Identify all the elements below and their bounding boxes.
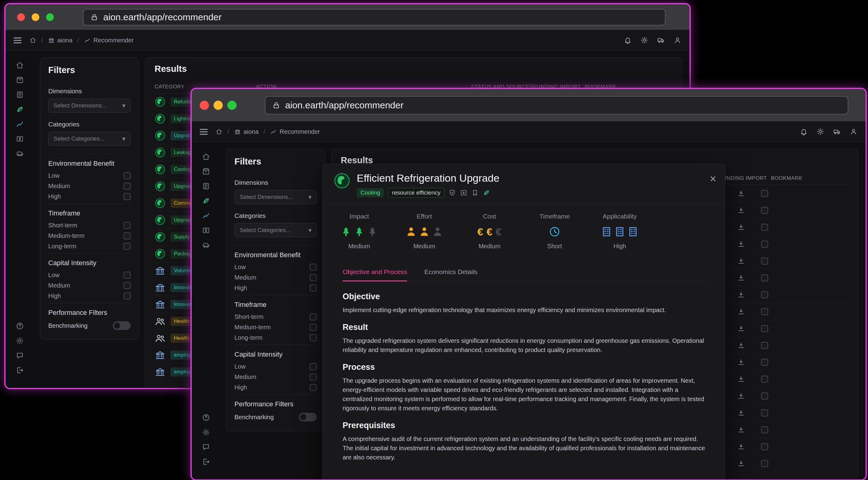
url-bar[interactable]: aion.earth/app/recommender [83, 9, 665, 26]
bookmark-checkbox[interactable] [761, 308, 768, 315]
rail-archive-icon[interactable] [202, 167, 210, 176]
breadcrumb-home[interactable] [216, 128, 222, 135]
dimensions-select[interactable]: Select Dimensions...▾ [48, 99, 131, 113]
maximize-window-button[interactable] [227, 101, 237, 110]
bookmark-checkbox[interactable] [761, 426, 768, 433]
categories-select[interactable]: Select Categories...▾ [235, 223, 317, 237]
download-icon[interactable] [737, 257, 745, 265]
breadcrumb-page[interactable]: Recommender [84, 37, 134, 44]
bookmark-checkbox[interactable] [761, 274, 768, 281]
rail-logout-icon[interactable] [202, 457, 210, 466]
download-icon[interactable] [737, 375, 745, 383]
rail-chat-icon[interactable] [202, 443, 210, 451]
bookmark-checkbox[interactable] [761, 460, 768, 467]
checkbox-short-term[interactable] [124, 222, 131, 229]
checkbox-medium[interactable] [124, 182, 131, 190]
download-icon[interactable] [737, 459, 745, 468]
settings-icon[interactable] [640, 36, 648, 44]
close-window-button[interactable] [200, 101, 209, 110]
bookmark-checkbox[interactable] [761, 258, 768, 265]
user-icon[interactable] [674, 36, 682, 44]
benchmarking-toggle[interactable] [299, 413, 317, 421]
minimize-window-button[interactable] [214, 101, 223, 110]
user-icon[interactable] [849, 128, 858, 136]
checkbox-short-term[interactable] [310, 313, 317, 320]
checkbox-high[interactable] [310, 384, 317, 391]
rail-gallery-icon[interactable] [16, 135, 24, 143]
download-icon[interactable] [737, 443, 745, 450]
download-icon[interactable] [737, 206, 745, 214]
bookmark-checkbox[interactable] [761, 409, 768, 416]
bookmark-checkbox[interactable] [761, 207, 768, 214]
bookmark-checkbox[interactable] [761, 291, 768, 298]
download-icon[interactable] [737, 426, 745, 434]
breadcrumb-home[interactable] [30, 37, 36, 43]
rail-home-icon[interactable] [16, 61, 24, 69]
rail-archive-icon[interactable] [16, 76, 24, 84]
rail-leaf-icon[interactable] [16, 105, 24, 113]
checkbox-medium[interactable] [124, 282, 131, 289]
download-icon[interactable] [737, 240, 745, 248]
checkbox-low[interactable] [310, 363, 317, 370]
rail-settings-icon[interactable] [202, 428, 210, 437]
truck-icon[interactable] [833, 128, 841, 136]
checkbox-long-term[interactable] [310, 334, 317, 341]
download-icon[interactable] [737, 358, 745, 366]
download-icon[interactable] [737, 409, 745, 417]
url-bar[interactable]: aion.earth/app/recommender [265, 96, 848, 114]
bell-icon[interactable] [624, 36, 632, 44]
checkbox-high[interactable] [310, 284, 317, 292]
rail-journal-icon[interactable] [202, 182, 210, 190]
checkbox-low[interactable] [124, 172, 131, 179]
rail-chat-icon[interactable] [16, 351, 24, 360]
breadcrumb-page[interactable]: Recommender [270, 128, 320, 135]
download-icon[interactable] [737, 274, 745, 282]
checkbox-low[interactable] [124, 272, 131, 279]
bookmark-checkbox[interactable] [761, 359, 768, 366]
menu-icon[interactable] [200, 129, 208, 135]
bookmark-checkbox[interactable] [761, 241, 768, 248]
bookmark-icon[interactable] [471, 189, 479, 197]
bookmark-checkbox[interactable] [761, 224, 768, 231]
breadcrumb-app[interactable]: aiona [234, 128, 259, 135]
truck-icon[interactable] [657, 36, 665, 44]
breadcrumb-app[interactable]: aiona [48, 37, 72, 44]
categories-select[interactable]: Select Categories...▾ [48, 132, 131, 146]
download-icon[interactable] [737, 392, 745, 400]
rail-vehicle-icon[interactable] [16, 149, 24, 158]
rail-logout-icon[interactable] [16, 366, 24, 374]
checkbox-medium-term[interactable] [310, 324, 317, 331]
checkbox-low[interactable] [310, 264, 317, 271]
checkbox-high[interactable] [124, 193, 131, 200]
rail-gallery-icon[interactable] [202, 226, 210, 235]
checkbox-medium[interactable] [310, 274, 317, 281]
checkbox-long-term[interactable] [124, 243, 131, 250]
checkbox-high[interactable] [124, 293, 131, 300]
bookmark-checkbox[interactable] [761, 392, 768, 400]
bookmark-checkbox[interactable] [761, 190, 768, 197]
import-icon[interactable] [460, 189, 467, 197]
bookmark-checkbox[interactable] [761, 342, 768, 349]
rail-home-icon[interactable] [202, 152, 210, 161]
download-icon[interactable] [737, 341, 745, 349]
maximize-window-button[interactable] [46, 13, 54, 21]
download-icon[interactable] [737, 324, 745, 332]
rail-journal-icon[interactable] [16, 91, 24, 99]
bookmark-checkbox[interactable] [761, 325, 768, 332]
download-icon[interactable] [737, 190, 745, 197]
rail-leaf-icon[interactable] [202, 197, 210, 205]
checkbox-medium-term[interactable] [124, 232, 131, 239]
tab-objective-and-process[interactable]: Objective and Process [343, 268, 407, 281]
download-icon[interactable] [737, 290, 745, 299]
bookmark-checkbox[interactable] [761, 443, 768, 450]
download-icon[interactable] [737, 223, 745, 231]
bell-icon[interactable] [800, 128, 808, 136]
rail-help-icon[interactable] [16, 322, 24, 330]
rail-chart-icon[interactable] [16, 120, 24, 128]
rail-settings-icon[interactable] [16, 337, 24, 345]
menu-icon[interactable] [13, 37, 22, 43]
rail-help-icon[interactable] [202, 413, 210, 422]
minimize-window-button[interactable] [32, 13, 39, 21]
download-icon[interactable] [737, 308, 745, 315]
close-icon[interactable]: × [710, 173, 716, 184]
